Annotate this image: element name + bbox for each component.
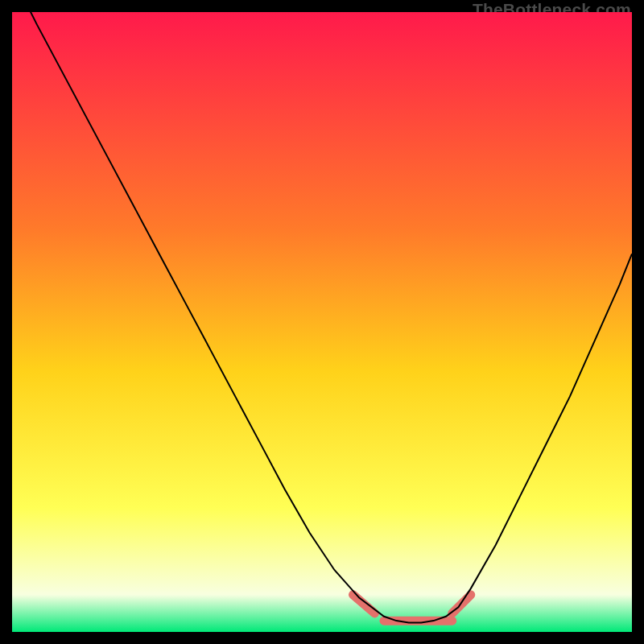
gradient-background — [12, 12, 632, 632]
bottleneck-chart — [12, 12, 632, 632]
chart-frame: TheBottleneck.com — [0, 0, 644, 644]
